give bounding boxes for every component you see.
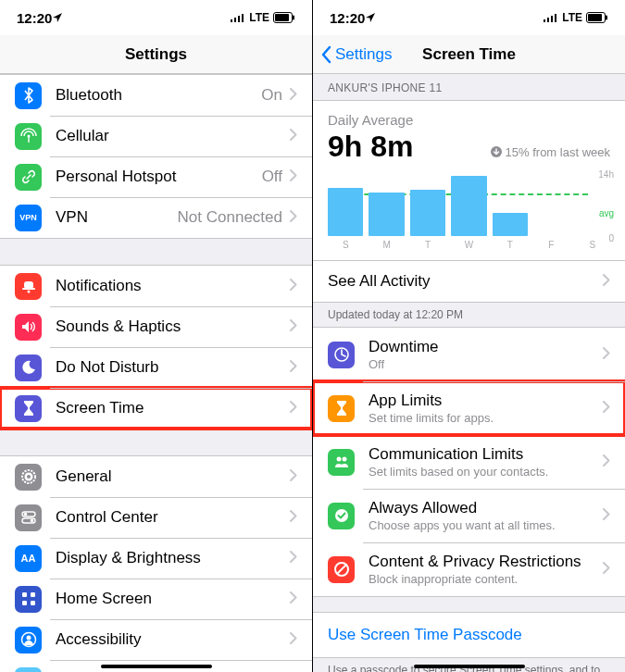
trend-label: 15% from last week [491,145,610,159]
svg-rect-37 [555,14,556,22]
AA-icon: AA [15,545,42,572]
link-icon [15,164,42,191]
status-right: LTE [231,11,295,24]
svg-point-44 [342,457,346,462]
cell-general[interactable]: General [0,456,312,497]
chevron-right-icon [290,209,297,226]
cell-subtitle: Block inappropriate content. [369,572,603,586]
cell-downtime[interactable]: DowntimeOff [313,328,625,381]
svg-rect-5 [275,14,289,21]
signal-icon [544,13,558,22]
daily-average-panel: Daily Average 9h 8m 15% from last week [313,100,625,168]
svg-rect-1 [234,18,236,22]
check-icon [328,503,355,529]
location-icon [365,10,376,26]
cell-label: Screen Time [56,399,290,417]
hourglass-icon [328,395,355,422]
svg-rect-20 [31,592,35,597]
cell-detail: On [261,86,282,105]
svg-rect-19 [22,592,27,597]
back-button[interactable]: Settings [320,45,392,64]
chevron-right-icon [290,278,297,294]
chevron-right-icon [290,359,297,376]
navbar: Settings [0,35,312,74]
chevron-right-icon [603,454,610,470]
use-passcode[interactable]: Use Screen Time Passcode [313,612,625,658]
chevron-right-icon [290,468,297,485]
cell-label: Always Allowed [369,499,603,517]
arrow-down-icon [491,146,502,157]
bar-M [369,193,404,237]
carrier-label: LTE [249,11,269,24]
cell-dnd[interactable]: Do Not Disturb [0,347,312,388]
settings-screen: 12:20 LTE Settings BluetoothOnCellularPe… [0,0,312,672]
cell-commlimits[interactable]: Communication LimitsSet limits based on … [313,435,625,489]
bar-W [451,176,486,236]
cell-label: VPN [56,208,178,227]
svg-rect-22 [31,601,35,605]
svg-rect-36 [551,16,553,22]
svg-point-43 [336,457,341,462]
svg-rect-8 [28,136,29,143]
vpn-icon: VPN [15,205,42,231]
bell-icon [15,273,42,300]
chevron-right-icon [290,87,297,104]
daily-value: 9h 8m [328,130,413,164]
svg-point-11 [27,291,30,293]
chevron-right-icon [290,318,297,335]
cell-cellular[interactable]: Cellular [0,116,312,156]
see-all-label: See All Activity [328,272,603,291]
chevron-right-icon [603,507,610,524]
svg-rect-2 [238,16,240,22]
cell-applimits[interactable]: App LimitsSet time limits for apps. [313,381,625,435]
axis-label: S [328,240,363,250]
flower-icon [15,667,42,673]
grid-icon [15,586,42,613]
cell-homescreen[interactable]: Home Screen [0,579,312,619]
see-all-activity[interactable]: See All Activity [313,261,625,302]
cell-label: Personal Hotspot [56,168,262,186]
axis-label: M [369,240,404,250]
cell-label: Downtime [369,338,603,356]
svg-rect-40 [606,16,607,20]
status-time: 12:20 [330,10,365,26]
cell-vpn[interactable]: VPNVPNNot Connected [0,197,312,238]
block-icon [328,556,355,583]
cell-hotspot[interactable]: Personal HotspotOff [0,156,312,197]
daily-label: Daily Average [328,112,610,128]
status-time: 12:20 [17,10,52,26]
see-all-group: See All Activity [313,260,625,303]
cell-display[interactable]: AADisplay & Brightness [0,538,312,579]
svg-rect-39 [588,14,602,21]
cell-sounds[interactable]: Sounds & Haptics [0,306,312,347]
carrier-label: LTE [562,11,582,24]
cell-subtitle: Off [369,357,603,371]
status-right: LTE [544,11,608,24]
svg-rect-0 [231,19,232,22]
cell-always[interactable]: Always AllowedChoose apps you want at al… [313,489,625,542]
device-header: ANKUR'S IPHONE 11 [313,74,625,100]
svg-point-16 [23,513,27,516]
location-icon [52,10,63,26]
cell-controlcenter[interactable]: Control Center [0,497,312,538]
cell-accessibility[interactable]: Accessibility [0,619,312,660]
svg-rect-6 [293,16,294,20]
settings-group-connectivity: BluetoothOnCellularPersonal HotspotOffVP… [0,74,312,239]
hourglass-icon [15,395,42,422]
cell-detail: Not Connected [178,208,282,227]
moon-icon [15,355,42,381]
cell-subtitle: Set time limits for apps. [369,411,603,425]
chevron-right-icon [290,509,297,526]
chevron-right-icon [290,400,297,417]
chevron-right-icon [290,631,297,648]
cell-bluetooth[interactable]: BluetoothOn [0,75,312,116]
updated-label: Updated today at 12:20 PM [313,303,625,327]
usage-chart[interactable]: 14h avg 0 SMTWTFS [313,168,625,260]
chevron-right-icon [290,168,297,185]
cell-label: Content & Privacy Restrictions [369,553,603,571]
cell-restrictions[interactable]: Content & Privacy RestrictionsBlock inap… [313,542,625,596]
cell-screentime[interactable]: Screen Time [0,388,312,429]
cell-notifications[interactable]: Notifications [0,266,312,306]
navbar: Settings Screen Time [313,35,625,74]
bar-S [328,188,363,237]
